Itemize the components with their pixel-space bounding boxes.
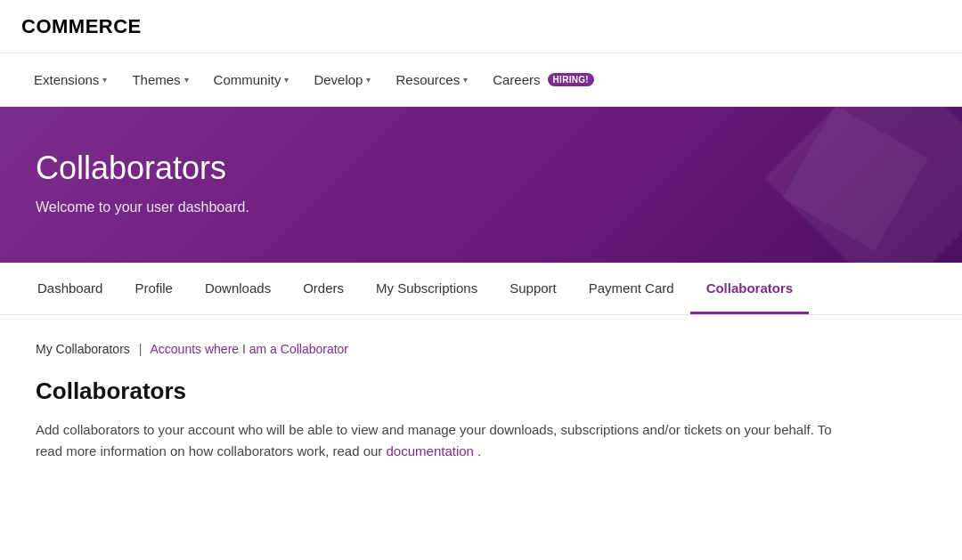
nav-item-extensions[interactable]: Extensions ▾ xyxy=(21,53,119,106)
nav-label-careers: Careers xyxy=(493,72,540,87)
chevron-down-icon: ▾ xyxy=(284,75,289,85)
nav-item-resources[interactable]: Resources ▾ xyxy=(383,53,480,106)
nav-label-themes: Themes xyxy=(132,72,180,87)
nav-item-develop[interactable]: Develop ▾ xyxy=(301,53,383,106)
breadcrumb-separator: | xyxy=(139,342,143,356)
chevron-down-icon: ▾ xyxy=(463,75,468,85)
breadcrumb: My Collaborators | Accounts where I am a… xyxy=(36,342,926,356)
nav-item-themes[interactable]: Themes ▾ xyxy=(119,53,200,106)
tab-orders[interactable]: Orders xyxy=(287,263,360,314)
collaborators-description: Add collaborators to your account who wi… xyxy=(36,419,837,462)
description-end: . xyxy=(477,443,481,459)
nav-item-careers[interactable]: Careers HIRING! xyxy=(480,53,607,106)
main-content: My Collaborators | Accounts where I am a… xyxy=(0,315,962,489)
nav-label-develop: Develop xyxy=(314,72,363,87)
tab-profile[interactable]: Profile xyxy=(118,263,189,314)
breadcrumb-accounts-link[interactable]: Accounts where I am a Collaborator xyxy=(150,342,348,356)
nav-item-community[interactable]: Community ▾ xyxy=(201,53,302,106)
nav-label-extensions: Extensions xyxy=(34,72,99,87)
tab-my-subscriptions[interactable]: My Subscriptions xyxy=(360,263,493,314)
collaborators-section-title: Collaborators xyxy=(36,377,926,405)
tab-navigation: Dashboard Profile Downloads Orders My Su… xyxy=(0,263,962,315)
hero-title: Collaborators xyxy=(36,150,926,187)
tab-support[interactable]: Support xyxy=(493,263,573,314)
header: COMMERCE xyxy=(0,0,962,53)
tab-downloads[interactable]: Downloads xyxy=(189,263,287,314)
documentation-link[interactable]: documentation xyxy=(387,443,474,459)
brand-logo[interactable]: COMMERCE xyxy=(21,15,142,38)
breadcrumb-my-collaborators: My Collaborators xyxy=(36,342,130,356)
hero-subtitle: Welcome to your user dashboard. xyxy=(36,199,926,215)
nav-label-community: Community xyxy=(214,72,281,87)
hero-banner: Collaborators Welcome to your user dashb… xyxy=(0,107,962,263)
tab-payment-card[interactable]: Payment Card xyxy=(573,263,690,314)
tab-dashboard[interactable]: Dashboard xyxy=(21,263,118,314)
tab-collaborators[interactable]: Collaborators xyxy=(690,263,810,314)
chevron-down-icon: ▾ xyxy=(102,75,107,85)
hiring-badge: HIRING! xyxy=(548,73,594,86)
chevron-down-icon: ▾ xyxy=(366,75,371,85)
nav-label-resources: Resources xyxy=(395,72,460,87)
chevron-down-icon: ▾ xyxy=(184,75,189,85)
main-navigation: Extensions ▾ Themes ▾ Community ▾ Develo… xyxy=(0,53,962,107)
